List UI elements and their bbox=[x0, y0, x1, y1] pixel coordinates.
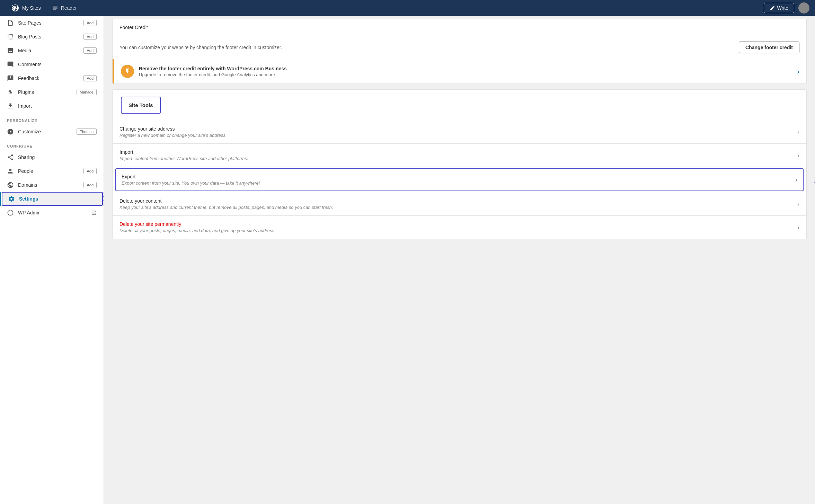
wp-admin-icon bbox=[7, 209, 14, 216]
feedback-icon bbox=[7, 75, 14, 82]
feedback-add-btn[interactable]: Add bbox=[83, 75, 97, 81]
delete-site-content: Delete your site permanently Delete all … bbox=[119, 221, 797, 233]
reader-label: Reader bbox=[61, 5, 77, 11]
delete-site-row[interactable]: Delete your site permanently Delete all … bbox=[113, 216, 806, 239]
footer-credit-card: Footer Credit You can customize your web… bbox=[112, 19, 807, 84]
themes-btn[interactable]: Themes bbox=[77, 129, 97, 135]
sidebar-item-comments[interactable]: Comments bbox=[0, 58, 104, 71]
write-button[interactable]: Write bbox=[764, 3, 794, 13]
export-tool-row[interactable]: Export Export content from your site. Yo… bbox=[115, 168, 804, 191]
customize-icon bbox=[7, 128, 14, 135]
change-footer-credit-button[interactable]: Change footer credit bbox=[739, 42, 799, 53]
domains-add-btn[interactable]: Add bbox=[83, 182, 97, 188]
user-avatar[interactable] bbox=[798, 2, 809, 14]
media-add-btn[interactable]: Add bbox=[83, 47, 97, 54]
personalize-label: Personalize bbox=[0, 113, 104, 125]
import-tool-desc: Import content from another WordPress si… bbox=[119, 156, 797, 161]
plugins-manage-btn[interactable]: Manage bbox=[77, 89, 97, 95]
footer-credit-header: Footer Credit bbox=[113, 19, 806, 36]
external-link-icon bbox=[91, 210, 97, 215]
bolt-icon bbox=[124, 68, 131, 75]
plugins-icon bbox=[7, 89, 14, 96]
sidebar-item-people[interactable]: People Add bbox=[0, 164, 104, 178]
import-label: Import bbox=[18, 103, 97, 109]
footer-credit-row: You can customize your website by changi… bbox=[113, 36, 806, 59]
my-sites-label: My Sites bbox=[22, 5, 41, 11]
reader-nav[interactable]: Reader bbox=[46, 0, 82, 16]
import-icon bbox=[7, 103, 14, 109]
main-content: Footer Credit You can customize your web… bbox=[104, 16, 815, 504]
people-label: People bbox=[18, 168, 79, 174]
sidebar: Site Pages Add Blog Posts Add Media Add … bbox=[0, 16, 104, 504]
upgrade-title: Remove the footer credit entirely with W… bbox=[139, 66, 792, 71]
sidebar-item-blog-posts[interactable]: Blog Posts Add bbox=[0, 30, 104, 44]
wp-admin-label: WP Admin bbox=[18, 210, 87, 215]
feedback-label: Feedback bbox=[18, 76, 79, 81]
blog-posts-add-btn[interactable]: Add bbox=[83, 34, 97, 40]
sidebar-item-feedback[interactable]: Feedback Add bbox=[0, 71, 104, 85]
site-tools-header-wrap: Site Tools bbox=[113, 90, 806, 121]
sidebar-item-settings[interactable]: Settings 1 bbox=[0, 192, 104, 206]
site-pages-label: Site Pages bbox=[18, 20, 79, 26]
blog-posts-icon bbox=[7, 33, 14, 40]
delete-site-chevron: › bbox=[797, 224, 799, 231]
export-tool-content: Export Export content from your site. Yo… bbox=[122, 174, 795, 186]
sidebar-item-wp-admin[interactable]: WP Admin bbox=[0, 206, 104, 220]
sidebar-item-import[interactable]: Import bbox=[0, 99, 104, 113]
site-pages-icon bbox=[7, 19, 14, 26]
import-tool-title: Import bbox=[119, 149, 797, 155]
sidebar-item-domains[interactable]: Domains Add bbox=[0, 178, 104, 192]
reader-icon bbox=[52, 5, 58, 11]
configure-label: Configure bbox=[0, 139, 104, 150]
change-address-desc: Register a new domain or change your sit… bbox=[119, 133, 797, 138]
media-icon bbox=[7, 47, 14, 54]
footer-credit-text: You can customize your website by changi… bbox=[119, 45, 733, 50]
people-icon bbox=[7, 168, 14, 175]
change-address-row[interactable]: Change your site address Register a new … bbox=[113, 121, 806, 144]
delete-site-desc: Delete all your posts, pages, media, and… bbox=[119, 228, 797, 233]
upgrade-subtitle: Upgrade to remove the footer credit, add… bbox=[139, 72, 792, 77]
site-pages-add-btn[interactable]: Add bbox=[83, 20, 97, 26]
change-address-chevron: › bbox=[797, 129, 799, 136]
domains-icon bbox=[7, 182, 14, 188]
upgrade-text-block: Remove the footer credit entirely with W… bbox=[139, 66, 792, 77]
change-address-title: Change your site address bbox=[119, 126, 797, 132]
top-navigation: My Sites Reader Write bbox=[0, 0, 815, 16]
sidebar-item-site-pages[interactable]: Site Pages Add bbox=[0, 16, 104, 30]
people-add-btn[interactable]: Add bbox=[83, 168, 97, 174]
upgrade-banner[interactable]: Remove the footer credit entirely with W… bbox=[113, 59, 806, 83]
sidebar-item-plugins[interactable]: Plugins Manage bbox=[0, 85, 104, 99]
comments-icon bbox=[7, 61, 14, 68]
write-label: Write bbox=[777, 5, 788, 11]
site-tools-card: Site Tools Change your site address Regi… bbox=[112, 89, 807, 239]
sidebar-item-customize[interactable]: Customize Themes bbox=[0, 125, 104, 139]
import-tool-row[interactable]: Import Import content from another WordP… bbox=[113, 144, 806, 167]
sharing-label: Sharing bbox=[18, 154, 97, 160]
blog-posts-label: Blog Posts bbox=[18, 34, 79, 39]
domains-label: Domains bbox=[18, 182, 79, 188]
sharing-icon bbox=[7, 154, 14, 161]
delete-content-chevron: › bbox=[797, 201, 799, 208]
site-tools-heading: Site Tools bbox=[121, 97, 161, 114]
export-tool-desc: Export content from your site. You own y… bbox=[122, 180, 795, 186]
wordpress-icon bbox=[11, 4, 19, 12]
my-sites-nav[interactable]: My Sites bbox=[6, 0, 46, 16]
customize-label: Customize bbox=[18, 129, 72, 134]
comments-label: Comments bbox=[18, 62, 97, 67]
upgrade-chevron-right: › bbox=[797, 68, 799, 76]
upgrade-icon-circle bbox=[121, 65, 134, 78]
delete-site-title: Delete your site permanently bbox=[119, 221, 797, 227]
sidebar-item-media[interactable]: Media Add bbox=[0, 44, 104, 58]
export-tool-title: Export bbox=[122, 174, 795, 179]
media-label: Media bbox=[18, 48, 79, 53]
delete-content-title: Delete your content bbox=[119, 198, 797, 204]
sidebar-item-sharing[interactable]: Sharing bbox=[0, 150, 104, 164]
delete-content-content: Delete your content Keep your site's add… bbox=[119, 198, 797, 210]
import-tool-chevron: › bbox=[797, 152, 799, 159]
import-tool-content: Import Import content from another WordP… bbox=[119, 149, 797, 161]
settings-icon bbox=[8, 195, 15, 202]
delete-content-row[interactable]: Delete your content Keep your site's add… bbox=[113, 193, 806, 216]
export-row-wrapper: Export Export content from your site. Yo… bbox=[113, 167, 806, 193]
export-tool-chevron: › bbox=[795, 176, 797, 184]
tools-list: Change your site address Register a new … bbox=[113, 121, 806, 239]
